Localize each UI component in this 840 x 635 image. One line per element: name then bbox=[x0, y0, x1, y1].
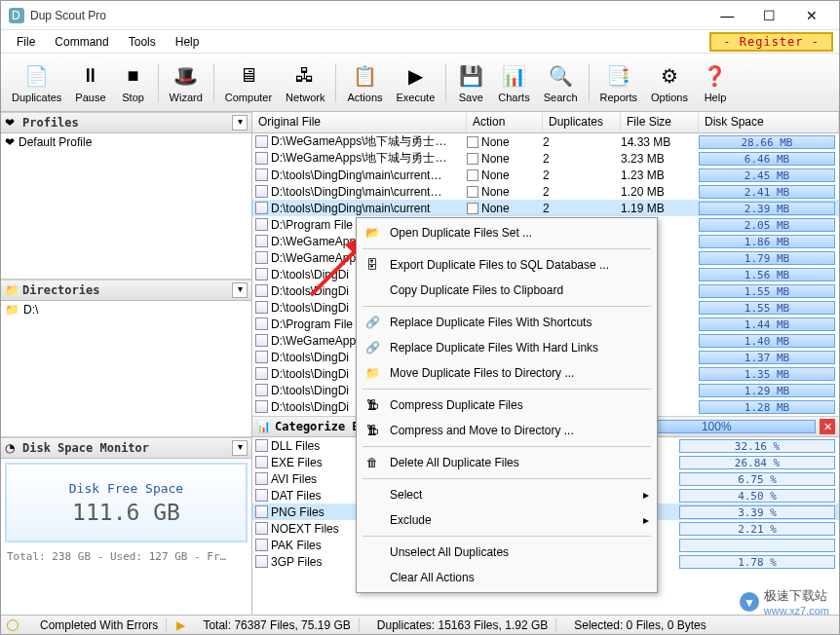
document-icon bbox=[255, 367, 268, 380]
categorize-close-button[interactable]: ✕ bbox=[820, 419, 835, 434]
context-menu-item[interactable]: 🗄Export Duplicate Files to SQL Database … bbox=[359, 252, 655, 278]
file-type-icon bbox=[255, 539, 268, 551]
dropdown-icon[interactable] bbox=[467, 186, 478, 198]
col-action[interactable]: Action bbox=[467, 112, 543, 132]
statusbar: Completed With Errors ▶ Total: 76387 Fil… bbox=[1, 615, 839, 634]
toolbar-charts-button[interactable]: 📊Charts bbox=[491, 59, 536, 106]
size-bar: 28.66 MB bbox=[699, 135, 835, 149]
toolbar-options-button[interactable]: ⚙Options bbox=[644, 59, 695, 106]
context-menu-item[interactable]: 🔗Replace Duplicate Files With Hard Links bbox=[359, 335, 655, 360]
size-bar: 2.39 MB bbox=[699, 202, 835, 215]
play-icon[interactable]: ▶ bbox=[176, 618, 185, 632]
dropdown-icon[interactable] bbox=[467, 169, 478, 181]
grid-header: Original File Action Duplicates File Siz… bbox=[252, 112, 839, 133]
search-icon: 🔍 bbox=[547, 62, 574, 90]
toolbar-save-button[interactable]: 💾Save bbox=[450, 59, 491, 106]
help-icon: ❓ bbox=[702, 62, 729, 90]
menu-item-icon: 🗜 bbox=[363, 395, 382, 415]
context-menu-item[interactable]: Exclude▸ bbox=[359, 507, 655, 533]
size-bar: 1.40 MB bbox=[699, 334, 835, 348]
context-menu-item[interactable]: Clear All Actions bbox=[359, 565, 655, 590]
duplicates-icon: 📄 bbox=[23, 62, 51, 90]
status-completed: Completed With Errors bbox=[32, 618, 167, 632]
toolbar-actions-button[interactable]: 📋Actions bbox=[340, 59, 389, 106]
toolbar-computer-button[interactable]: 🖥Computer bbox=[218, 59, 279, 106]
document-icon bbox=[255, 202, 268, 214]
document-icon bbox=[255, 235, 268, 247]
document-icon bbox=[255, 384, 268, 396]
status-icon bbox=[7, 619, 19, 631]
col-disk-space[interactable]: Disk Space bbox=[699, 112, 839, 132]
file-type-icon bbox=[255, 489, 268, 502]
toolbar-reports-button[interactable]: 📑Reports bbox=[593, 59, 645, 106]
toolbar-duplicates-button[interactable]: 📄Duplicates bbox=[5, 59, 68, 106]
table-row[interactable]: D:\tools\DingDing\main\current… None 2 1… bbox=[252, 167, 839, 183]
col-original-file[interactable]: Original File bbox=[252, 112, 467, 132]
options-icon: ⚙ bbox=[656, 62, 683, 90]
document-icon bbox=[255, 318, 268, 330]
col-duplicates[interactable]: Duplicates bbox=[543, 112, 621, 132]
size-bar: 1.55 MB bbox=[699, 284, 835, 298]
save-icon: 💾 bbox=[457, 62, 484, 90]
pie-chart-icon: ◔ bbox=[5, 441, 19, 455]
table-row[interactable]: D:\WeGameApps\地下城与勇士… None 2 14.33 MB 28… bbox=[252, 133, 839, 150]
context-menu-item[interactable]: 📁Move Duplicate Files to Directory ... bbox=[359, 360, 655, 386]
percent-bar: 26.84 % bbox=[679, 456, 835, 469]
directories-dropdown-icon[interactable]: ▾ bbox=[232, 282, 248, 298]
disk-total-summary: Total: 238 GB - Used: 127 GB - Fr… bbox=[1, 546, 251, 567]
menu-file[interactable]: File bbox=[7, 33, 45, 51]
toolbar-search-button[interactable]: 🔍Search bbox=[537, 59, 585, 106]
menu-help[interactable]: Help bbox=[166, 33, 210, 51]
wizard-icon: 🎩 bbox=[172, 62, 200, 90]
col-file-size[interactable]: File Size bbox=[621, 112, 699, 132]
context-menu-item[interactable]: 🗜Compress and Move to Directory ... bbox=[359, 418, 655, 443]
menu-item-icon: 📂 bbox=[363, 223, 382, 243]
toolbar-network-button[interactable]: 🖧Network bbox=[279, 59, 331, 106]
table-row[interactable]: D:\tools\DingDing\main\current None 2 1.… bbox=[252, 200, 839, 216]
toolbar-help-button[interactable]: ❓Help bbox=[695, 59, 736, 106]
heart-icon: ❤ bbox=[5, 135, 15, 149]
maximize-button[interactable]: ☐ bbox=[750, 8, 789, 23]
percent-bar: 3.39 % bbox=[679, 505, 835, 519]
context-menu-item[interactable]: 🔗Replace Duplicate Files With Shortcuts bbox=[359, 310, 655, 335]
menu-item-icon: 🔗 bbox=[363, 338, 382, 357]
toolbar-pause-button[interactable]: ⏸Pause bbox=[68, 59, 112, 106]
context-menu-item[interactable]: Copy Duplicate Files to Clipboard bbox=[359, 278, 655, 303]
disk-monitor-dropdown-icon[interactable]: ▾ bbox=[232, 440, 248, 456]
dropdown-icon[interactable] bbox=[467, 203, 478, 214]
dropdown-icon[interactable] bbox=[467, 153, 478, 165]
disk-monitor-panel: Disk Free Space 111.6 GB Total: 238 GB -… bbox=[1, 459, 251, 567]
context-menu-item[interactable]: 🗑Delete All Duplicate Files bbox=[359, 450, 655, 475]
menu-command[interactable]: Command bbox=[45, 33, 118, 51]
minimize-button[interactable]: — bbox=[707, 8, 746, 23]
document-icon bbox=[255, 351, 268, 363]
profiles-dropdown-icon[interactable]: ▾ bbox=[232, 115, 248, 131]
toolbar: 📄Duplicates⏸Pause■Stop🎩Wizard🖥Computer🖧N… bbox=[1, 54, 839, 112]
context-menu-item[interactable]: 📂Open Duplicate Files Set ... bbox=[359, 220, 655, 245]
document-icon bbox=[255, 135, 268, 148]
menu-tools[interactable]: Tools bbox=[119, 33, 166, 51]
file-type-icon bbox=[255, 522, 268, 535]
toolbar-stop-button[interactable]: ■Stop bbox=[113, 59, 154, 106]
file-type-icon bbox=[255, 505, 268, 518]
context-menu-item[interactable]: 🗜Compress Duplicate Files bbox=[359, 392, 655, 418]
size-bar: 1.79 MB bbox=[699, 251, 835, 265]
toolbar-execute-button[interactable]: ▶Execute bbox=[390, 59, 442, 106]
table-row[interactable]: D:\WeGameApps\地下城与勇士… None 2 3.23 MB 6.4… bbox=[252, 150, 839, 167]
size-bar: 1.37 MB bbox=[699, 351, 835, 364]
table-row[interactable]: D:\tools\DingDing\main\current… None 2 1… bbox=[252, 183, 839, 200]
size-bar: 6.46 MB bbox=[699, 152, 835, 166]
svg-text:D: D bbox=[12, 9, 20, 22]
context-menu-item[interactable]: Unselect All Duplicates bbox=[359, 540, 655, 565]
disk-free-label: Disk Free Space bbox=[69, 481, 183, 496]
register-button[interactable]: - Register - bbox=[709, 32, 833, 52]
charts-icon: 📊 bbox=[500, 62, 527, 90]
chart-icon: 📊 bbox=[256, 420, 271, 433]
status-selected: Selected: 0 Files, 0 Bytes bbox=[566, 618, 713, 632]
close-button[interactable]: ✕ bbox=[792, 8, 831, 23]
context-menu-item[interactable]: Select▸ bbox=[359, 482, 655, 507]
profile-item[interactable]: ❤ Default Profile bbox=[1, 133, 251, 151]
toolbar-wizard-button[interactable]: 🎩Wizard bbox=[163, 59, 210, 106]
dropdown-icon[interactable] bbox=[467, 136, 478, 148]
directory-item[interactable]: 📁 D:\ bbox=[1, 301, 251, 318]
